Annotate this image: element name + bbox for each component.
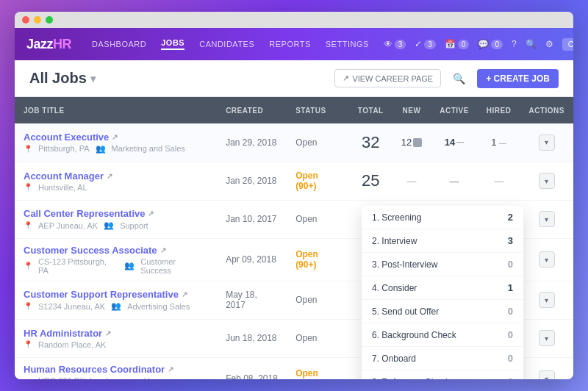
dept-icon: 👥 <box>111 301 121 311</box>
col-total: Total <box>349 97 392 123</box>
row-action-button[interactable]: ▾ <box>539 173 555 189</box>
job-created-cell: Jan 26, 2018 <box>217 162 287 200</box>
eye-icon-nav[interactable]: 👁3 <box>384 39 406 49</box>
logo: JazzHR <box>26 37 71 52</box>
row-action-button[interactable]: ▾ <box>539 292 555 308</box>
row-action-button[interactable]: ▾ <box>539 330 555 346</box>
job-location: CS-123 Pittsburgh, PA <box>38 257 118 275</box>
page-title: All Jobs ▾ <box>29 70 96 87</box>
page-title-dropdown[interactable]: ▾ <box>90 73 96 85</box>
search-icon-nav[interactable]: 🔍 <box>526 39 537 49</box>
minus-icon: — <box>499 139 506 147</box>
stage-count: 0 <box>508 306 513 317</box>
job-created-cell: Jun 18, 2018 <box>217 319 287 357</box>
stage-count: 3 <box>508 235 513 246</box>
popup-stage-item[interactable]: 4. Consider 1 <box>362 276 523 300</box>
external-link-icon: ↗ <box>182 290 187 298</box>
view-career-button[interactable]: ↗ VIEW CAREER PAGE <box>334 69 441 87</box>
external-link-icon: ↗ <box>148 209 154 218</box>
job-new-cell: — <box>392 162 431 200</box>
help-icon-nav[interactable]: ? <box>512 39 517 49</box>
job-title-cell: Account Manager ↗ 📍 Huntsville, AL <box>15 162 217 200</box>
job-title-link[interactable]: Customer Success Associate ↗ <box>24 245 208 256</box>
job-location: Pittsburgh, PA <box>38 144 90 153</box>
job-total-cell: 32 <box>349 123 392 162</box>
popup-stage-item[interactable]: 8. Reference Check 0 <box>362 370 523 379</box>
location-icon: 📍 <box>24 302 32 310</box>
col-status: Status <box>287 97 349 123</box>
job-created-cell: Jan 29, 2018 <box>217 123 287 162</box>
job-title-cell: Human Resources Coordinator ↗ 📍 HRC-001 … <box>15 357 217 379</box>
row-action-button[interactable]: ▾ <box>539 370 555 379</box>
stage-count: 0 <box>508 376 513 379</box>
job-created-cell: May 18, 2017 <box>217 281 287 319</box>
nav-reports[interactable]: Reports <box>269 40 310 49</box>
popup-stage-item[interactable]: 1. Screening 2 <box>362 206 523 229</box>
job-actions-cell: ▾ <box>520 357 573 379</box>
popup-stage-item[interactable]: 2. Interview 3 <box>362 229 523 253</box>
job-meta: 📍 AEP Juneau, AK 👥Support <box>24 220 208 230</box>
job-title-cell: Customer Support Representative ↗ 📍 S123… <box>15 281 217 319</box>
stage-label: 4. Consider <box>372 283 417 293</box>
table-row: Account Manager ↗ 📍 Huntsville, AL Jan 2… <box>15 162 573 200</box>
checkbox-icon <box>413 138 422 147</box>
maximize-dot[interactable] <box>46 16 53 24</box>
stage-count: 0 <box>508 353 513 364</box>
job-meta: 📍 Pittsburgh, PA 👥Marketing and Sales <box>24 144 208 154</box>
stage-count: 0 <box>508 329 513 340</box>
job-location: AEP Juneau, AK <box>38 221 98 230</box>
stage-label: 3. Post-Interview <box>372 259 437 270</box>
job-status: Open <box>295 137 317 148</box>
user-menu[interactable]: CK ▾ <box>562 38 573 51</box>
job-title-link[interactable]: Call Center Representative ↗ <box>24 208 208 219</box>
minimize-dot[interactable] <box>34 16 41 24</box>
location-icon: 📍 <box>24 262 32 270</box>
create-job-button[interactable]: + CREATE JOB <box>477 69 559 88</box>
location-icon: 📍 <box>24 221 32 229</box>
job-status-cell: Open <box>287 123 349 162</box>
popup-stage-item[interactable]: 6. Background Check 0 <box>362 323 523 347</box>
nav-settings[interactable]: Settings <box>326 40 369 49</box>
calendar-icon-nav[interactable]: 📅0 <box>445 39 470 49</box>
popup-stage-item[interactable]: 5. Send out Offer 0 <box>362 300 523 323</box>
job-meta: 📍 HRC-001 Pittsburgh, PA 👥Human Resource… <box>24 376 208 380</box>
search-button[interactable]: 🔍 <box>448 70 470 87</box>
row-action-button[interactable]: ▾ <box>539 134 555 151</box>
popup-stage-item[interactable]: 7. Onboard 0 <box>362 347 523 370</box>
job-dept: Human Resources <box>144 376 208 380</box>
job-title-cell: Call Center Representative ↗ 📍 AEP Junea… <box>15 200 217 238</box>
job-actions-cell: ▾ <box>520 238 573 281</box>
row-action-button[interactable]: ▾ <box>539 251 555 268</box>
job-meta: 📍 S1234 Juneau, AK 👥Advertising Sales <box>24 301 208 311</box>
col-active: Active <box>431 97 478 123</box>
row-action-button[interactable]: ▾ <box>539 211 555 227</box>
stage-count: 0 <box>508 259 513 270</box>
job-status-cell: Open (90+) <box>287 357 349 379</box>
popup-stage-item[interactable]: 3. Post-Interview 0 <box>362 253 523 276</box>
nav-dashboard[interactable]: Dashboard <box>92 40 146 49</box>
job-title-link[interactable]: Account Manager ↗ <box>24 171 208 182</box>
job-location: HRC-001 Pittsburgh, PA <box>38 376 122 380</box>
job-new-cell: 12 <box>392 123 431 162</box>
job-status: Open (90+) <box>295 249 318 270</box>
location-icon: 📍 <box>24 340 32 348</box>
check-icon-nav[interactable]: ✓3 <box>415 39 436 49</box>
nav-jobs[interactable]: Jobs <box>161 38 184 50</box>
job-location: Huntsville, AL <box>38 183 87 192</box>
job-status: Open (90+) <box>295 368 318 379</box>
popup-items-list: 1. Screening 2 2. Interview 3 3. Post-In… <box>362 206 523 379</box>
gear-icon-nav[interactable]: ⚙ <box>545 39 553 49</box>
close-dot[interactable] <box>22 16 29 24</box>
job-title-link[interactable]: Human Resources Coordinator ↗ <box>24 364 208 375</box>
job-active-cell[interactable]: 14— <box>431 123 478 162</box>
message-icon-nav[interactable]: 💬0 <box>478 39 503 49</box>
nav-candidates[interactable]: Candidates <box>199 40 254 49</box>
job-dept: Marketing and Sales <box>112 144 185 153</box>
external-link-icon: ↗ <box>343 73 349 83</box>
job-status-cell: Open <box>287 319 349 357</box>
external-link-icon: ↗ <box>105 329 111 337</box>
job-actions-cell: ▾ <box>520 162 573 200</box>
job-title-link[interactable]: Customer Support Representative ↗ <box>24 289 208 300</box>
job-title-link[interactable]: Account Executive ↗ <box>24 132 208 143</box>
job-title-link[interactable]: HR Administrator ↗ <box>24 328 208 339</box>
